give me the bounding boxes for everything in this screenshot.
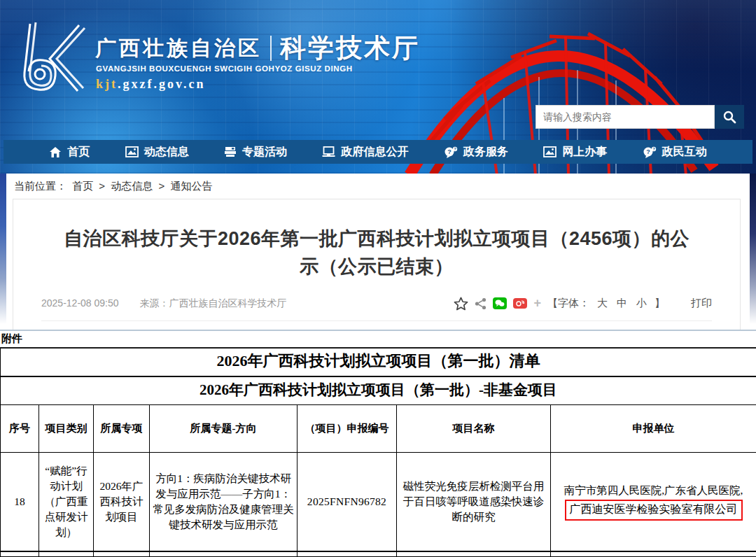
image-icon xyxy=(125,146,139,157)
nav-item-interaction[interactable]: ? ? 政民互动 xyxy=(643,145,707,160)
left-background-strip xyxy=(0,174,6,324)
article-meta-row: 2025-12-08 09:50 来源：广西壮族自治区科学技术厅 xyxy=(41,296,712,321)
more-share-icon[interactable]: + xyxy=(533,296,541,311)
table-title: 2026年广西科技计划拟立项项目（第一批）清单 xyxy=(1,348,756,377)
article-title: 自治区科技厅关于2026年第一批广西科技计划拟立项项目（2456项）的公示（公示… xyxy=(55,225,698,281)
breadcrumb-separator: > xyxy=(99,180,105,192)
site-header: 广西壮族自治区 科学技术厅 GVANGJSIH BOUXCUENGH SWCIG… xyxy=(0,0,756,174)
attachment-label: 附件 xyxy=(0,332,756,348)
table-header-row: 序号 项目类别 所属专项 所属专题-方向 （项目）申报编号 项目名称 申报单位 xyxy=(1,405,756,453)
breadcrumb-label: 当前位置： xyxy=(14,180,66,192)
breadcrumb: 当前位置： 首页 > 动态信息 > 通知公告 xyxy=(14,180,215,193)
main-nav: 首页 动态信息 专题活动 政府信息公开 xyxy=(4,140,752,164)
share-icon[interactable] xyxy=(475,297,486,310)
site-url: kjt.gxzf.gov.cn xyxy=(96,77,206,92)
table-title-row: 2026年广西科技计划拟立项项目（第一批）清单 xyxy=(1,348,756,377)
star-favorite-icon[interactable] xyxy=(454,297,468,311)
table-subtitle-row: 2026年广西科技计划拟立项项目（第一批）-非基金项目 xyxy=(1,376,756,405)
wechat-share-icon[interactable] xyxy=(493,297,507,309)
table-row-18: 18 “赋能”行动计划（广西重点研发计划） 2026年广西科技计划项目 方向1：… xyxy=(1,453,756,551)
col-header-topic: 所属专题-方向 xyxy=(150,405,298,453)
image-icon xyxy=(543,146,556,157)
col-header-special: 所属专项 xyxy=(94,405,150,453)
nav-label: 动态信息 xyxy=(144,145,189,160)
weibo-share-icon[interactable] xyxy=(513,298,527,309)
gxst-logo xyxy=(9,18,89,97)
print-button[interactable]: 打印 xyxy=(691,297,712,310)
nav-item-news[interactable]: 动态信息 xyxy=(125,145,189,160)
search-icon xyxy=(722,110,736,124)
svg-text:?: ? xyxy=(652,147,655,151)
title-divider xyxy=(270,36,272,61)
col-header-seq: 序号 xyxy=(1,405,39,453)
svg-text:?: ? xyxy=(447,148,451,155)
nav-label: 网上办事 xyxy=(562,145,607,160)
col-header-applicant: 申报单位 xyxy=(551,405,756,453)
cell-category: “赋能”行动计划（广西重点研发计划） xyxy=(39,453,94,551)
applicant-highlighted: 广西迪安医学检验实验室有限公司 xyxy=(565,500,743,521)
article-meta: 2025-12-08 09:50 来源：广西壮族自治区科学技术厅 xyxy=(41,297,287,310)
cell-seq: 18 xyxy=(1,453,39,551)
cell-topic: 方向1：疾病防治关键技术研发与应用示范——子方向1：常见多发病防治及健康管理关键… xyxy=(150,453,298,551)
site-url-rest: .gxzf.gov.cn xyxy=(118,77,206,91)
svg-text:?: ? xyxy=(454,147,456,151)
article-toolbar: + 【字体：大中小】 打印 xyxy=(454,296,712,311)
search-button[interactable] xyxy=(715,105,744,129)
cell-appno: 2025FNFN96782 xyxy=(298,453,397,551)
attachment-section: 附件 2026年广西科技计划拟立项项目（第一批）清单 2026年广西科技计划拟立… xyxy=(0,332,756,557)
nav-item-services[interactable]: ? ? 政务服务 xyxy=(444,145,508,160)
font-size-label-open: 【字体： xyxy=(547,297,589,310)
nav-item-gov-info[interactable]: 政府信息公开 xyxy=(322,145,408,160)
chat-question-icon: ? ? xyxy=(643,146,657,158)
breadcrumb-item-notices[interactable]: 通知公告 xyxy=(170,180,212,192)
breadcrumb-item-news[interactable]: 动态信息 xyxy=(111,180,153,192)
article-date: 2025-12-08 09:50 xyxy=(41,297,119,310)
project-table: 2026年广西科技计划拟立项项目（第一批）清单 2026年广西科技计划拟立项项目… xyxy=(0,348,756,557)
article-container: 自治区科技厅关于2026年第一批广西科技计划拟立项项目（2456项）的公示（公示… xyxy=(13,199,741,331)
article-source: 来源：广西壮族自治区科学技术厅 xyxy=(140,297,287,310)
breadcrumb-item-home[interactable]: 首页 xyxy=(72,180,93,192)
col-header-project-name: 项目名称 xyxy=(397,405,551,453)
site-title-dept: 科学技术厅 xyxy=(280,31,420,66)
applicant-names: 南宁市第四人民医院,广东省人民医院, xyxy=(564,484,743,496)
nav-label: 首页 xyxy=(67,145,90,160)
site-url-prefix: kjt xyxy=(96,77,118,91)
font-size-small[interactable]: 小 xyxy=(636,297,647,310)
breadcrumb-separator: > xyxy=(158,180,164,192)
site-title: 广西壮族自治区 科学技术厅 xyxy=(95,31,420,66)
font-size-large[interactable]: 大 xyxy=(597,297,608,310)
printer-icon xyxy=(224,146,237,157)
home-icon xyxy=(49,146,62,158)
font-size-label-close: 】 xyxy=(654,297,665,310)
cell-special: 2026年广西科技计划项目 xyxy=(94,453,150,551)
cell-project-name: 磁性荧光免疫层析检测平台用于百日咳等呼吸道感染快速诊断的研究 xyxy=(397,453,551,551)
section-divider xyxy=(0,330,756,331)
nav-label: 专题活动 xyxy=(242,145,287,160)
table-subtitle: 2026年广西科技计划拟立项项目（第一批）-非基金项目 xyxy=(1,376,756,405)
monitor-icon xyxy=(322,146,335,157)
cell-applicant: 南宁市第四人民医院,广东省人民医院, 广西迪安医学检验实验室有限公司 xyxy=(551,453,756,551)
svg-text:?: ? xyxy=(646,148,650,155)
search-input[interactable] xyxy=(536,105,715,129)
table-next-row-partial xyxy=(1,551,756,557)
nav-item-online-affairs[interactable]: 网上办事 xyxy=(543,145,607,160)
nav-item-topics[interactable]: 专题活动 xyxy=(224,145,287,160)
right-background-strip xyxy=(750,174,756,324)
site-title-region: 广西壮族自治区 xyxy=(95,34,262,63)
nav-label: 政务服务 xyxy=(463,145,508,160)
chat-question-icon: ? ? xyxy=(444,146,458,158)
col-header-category: 项目类别 xyxy=(39,405,94,453)
col-header-appno: （项目）申报编号 xyxy=(298,405,397,453)
site-search xyxy=(536,105,744,129)
nav-item-home[interactable]: 首页 xyxy=(49,145,90,160)
nav-label: 政府信息公开 xyxy=(341,145,408,160)
site-title-zhuang: GVANGJSIH BOUXCUENGH SWCIGIH GOHYOZ GISU… xyxy=(96,64,353,73)
font-size-medium[interactable]: 中 xyxy=(617,297,627,310)
nav-label: 政民互动 xyxy=(662,145,707,160)
